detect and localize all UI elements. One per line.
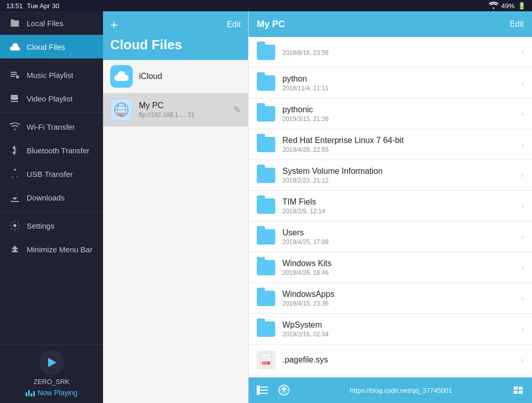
ftp-icon: FTP (110, 98, 133, 121)
chevron-3: › (521, 171, 524, 180)
icloud-name: iCloud (139, 72, 241, 81)
status-bar-left: 13:51 Tue Apr 30 (6, 2, 59, 10)
sidebar-label-downloads: Downloads (27, 193, 65, 202)
file-name-4: TIM Fiels (282, 197, 514, 207)
file-row-1[interactable]: pythonic 2019/3/15, 21:36 › (249, 98, 532, 129)
file-row-4[interactable]: TIM Fiels 2019/2/9, 12:14 › (249, 191, 532, 221)
cloud-item-mypc[interactable]: FTP My PC ftp://192.168.1.…:21 ✎ (103, 93, 248, 127)
sidebar-divider-3 (0, 211, 103, 212)
file-name-2: Red Hat Enterprise Linux 7 64-bit (282, 136, 514, 145)
cloud-panel-title-area: Cloud Files (103, 37, 248, 60)
folder-icon-top (257, 45, 275, 60)
file-info-6: Windows Kits 2019/4/26, 18:46 (282, 259, 514, 276)
sidebar-item-downloads[interactable]: Downloads (0, 186, 103, 209)
svg-rect-31 (514, 391, 518, 394)
sidebar-item-local-files[interactable]: Local Files (0, 11, 103, 35)
sidebar-item-bluetooth-transfer[interactable]: Bluetooth Transfer (0, 138, 103, 162)
more-options-button[interactable] (513, 385, 524, 396)
wifi-transfer-icon (9, 121, 21, 132)
file-row-2[interactable]: Red Hat Enterprise Linux 7 64-bit 2019/4… (249, 129, 532, 160)
file-row-9[interactable]: SYS .pagefile.sys › (249, 345, 532, 375)
chevron-1: › (521, 109, 524, 118)
sidebar-item-settings[interactable]: Settings (0, 214, 103, 237)
file-row-top[interactable]: 2018/8/16, 23:56 › (249, 37, 532, 68)
file-date-3: 2019/2/23, 21:12 (282, 177, 514, 184)
sidebar-label-video-playlist: Video Playlist (27, 94, 73, 103)
now-playing-tab[interactable]: Now Playing (21, 387, 83, 401)
file-date-0: 2018/11/4, 11:11 (282, 85, 514, 92)
cloud-panel-edit-button[interactable]: Edit (227, 20, 241, 29)
file-date-1: 2019/3/15, 21:36 (282, 115, 514, 123)
file-name-3: System Volume Information (282, 167, 514, 176)
svg-point-9 (13, 224, 16, 227)
svg-rect-8 (11, 201, 19, 202)
list-view-button[interactable] (257, 386, 268, 395)
file-info-0: python 2018/11/4, 11:11 (282, 74, 514, 92)
folder-icon-8 (257, 321, 275, 337)
sidebar-item-cloud-files[interactable]: Cloud Files (0, 35, 103, 58)
file-info-8: WpSystem 2019/2/16, 02:34 (282, 320, 514, 338)
mypc-edit-button[interactable]: ✎ (233, 104, 241, 115)
file-date-8: 2019/2/16, 02:34 (282, 331, 514, 338)
file-info-top: 2018/8/16, 23:56 (282, 48, 514, 56)
file-row-3[interactable]: System Volume Information 2019/2/23, 21:… (249, 160, 532, 191)
play-button[interactable] (39, 350, 64, 375)
sys-file-icon: SYS (257, 351, 275, 369)
file-row-7[interactable]: WindowsApps 2019/4/15, 23:36 › (249, 283, 532, 314)
sidebar-divider-1 (0, 61, 103, 61)
file-panel: My PC Edit 2018/8/16, 23:56 › python 201… (249, 11, 532, 403)
sidebar-item-video-playlist[interactable]: Video Playlist (0, 87, 103, 110)
icloud-info: iCloud (139, 72, 241, 81)
folder-icon-0 (257, 75, 275, 91)
file-list: 2018/8/16, 23:56 › python 2018/11/4, 11:… (249, 37, 532, 377)
file-row-8[interactable]: WpSystem 2019/2/16, 02:34 › (249, 314, 532, 345)
chevron-0: › (521, 78, 524, 88)
svg-rect-0 (11, 72, 17, 73)
chevron-top: › (521, 48, 524, 57)
file-panel-edit-button[interactable]: Edit (509, 19, 524, 29)
file-name-5: Users (282, 228, 514, 237)
svg-rect-2 (11, 76, 15, 77)
svg-rect-6 (11, 101, 18, 102)
minimize-icon (9, 244, 21, 255)
usb-transfer-icon (9, 168, 21, 179)
svg-rect-32 (519, 391, 523, 394)
cloud-panel-header: + Edit (103, 11, 248, 37)
sidebar-label-bluetooth-transfer: Bluetooth Transfer (27, 146, 90, 155)
now-playing-track: ZERO_SRK (33, 378, 69, 386)
file-row-5[interactable]: Users 2019/4/25, 17:09 › (249, 221, 532, 252)
file-name-9: .pagefile.sys (282, 355, 514, 365)
now-playing-label: Now Playing (38, 389, 78, 397)
date: Tue Apr 30 (27, 2, 59, 10)
svg-rect-26 (257, 389, 260, 392)
toolbar-url: https://blog.csdn.net/qq_37745001 (290, 387, 513, 394)
sidebar-item-wifi-transfer[interactable]: Wi-Fi Transfer (0, 115, 103, 138)
sidebar-label-usb-transfer: USB Transfer (27, 170, 73, 178)
file-info-5: Users 2019/4/25, 17:09 (282, 228, 514, 246)
sidebar-item-music-playlist[interactable]: Music Playlist (0, 63, 103, 87)
sidebar-label-cloud-files: Cloud Files (27, 43, 65, 51)
sidebar-item-minimize-menu-bar[interactable]: Minimize Menu Bar (0, 237, 103, 261)
cloud-item-icloud[interactable]: iCloud (103, 60, 248, 93)
svg-point-7 (14, 169, 16, 171)
file-info-4: TIM Fiels 2019/2/9, 12:14 (282, 197, 514, 215)
cloud-panel: + Edit Cloud Files iCloud (103, 11, 249, 403)
sidebar-item-usb-transfer[interactable]: USB Transfer (0, 162, 103, 186)
file-name-1: pythonic (282, 105, 514, 114)
mypc-info: My PC ftp://192.168.1.…:21 (139, 101, 227, 118)
cloud-items-list: iCloud FTP My PC (103, 60, 248, 403)
svg-rect-29 (514, 387, 518, 390)
downloads-icon (9, 192, 21, 203)
wifi-icon (489, 2, 498, 10)
file-row-0[interactable]: python 2018/11/4, 11:11 › (249, 68, 532, 98)
upload-button[interactable] (278, 385, 290, 396)
battery: 49% (501, 2, 515, 10)
svg-text:FTP: FTP (119, 113, 125, 116)
settings-icon (9, 220, 21, 231)
sidebar-label-minimize-menu-bar: Minimize Menu Bar (27, 245, 92, 254)
status-bar-right: 49% 🔋 (489, 2, 526, 10)
chevron-2: › (521, 140, 524, 149)
add-cloud-button[interactable]: + (110, 18, 118, 31)
sidebar: Local Files Cloud Files (0, 11, 103, 403)
file-row-6[interactable]: Windows Kits 2019/4/26, 18:46 › (249, 252, 532, 283)
